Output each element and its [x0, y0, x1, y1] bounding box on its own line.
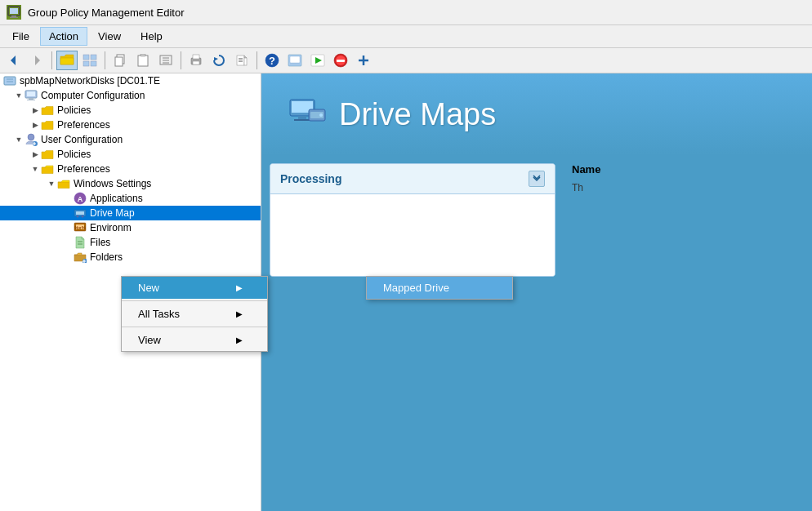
win-settings-folder-icon	[57, 177, 70, 190]
tree-applications[interactable]: ▶ A Applications	[0, 191, 261, 206]
win-settings-arrow: ▼	[46, 178, 57, 189]
name-column-header: Name	[572, 163, 804, 176]
toolbar-sep-4	[257, 51, 257, 69]
view-submenu-arrow: ▶	[236, 335, 243, 344]
menu-file[interactable]: File	[3, 27, 38, 46]
svg-text:A: A	[78, 195, 83, 203]
export-button[interactable]	[231, 51, 252, 70]
all-tasks-submenu-arrow: ▶	[236, 309, 243, 318]
svg-rect-11	[115, 57, 123, 66]
context-menu-new[interactable]: New ▶	[122, 277, 267, 299]
svg-point-47	[28, 134, 34, 140]
context-menu-view[interactable]: View ▶	[122, 329, 267, 351]
computer-config-label: Computer Configuration	[41, 90, 145, 101]
tree-folders[interactable]: ▶ Folders	[0, 250, 261, 264]
paste-button[interactable]	[132, 51, 154, 70]
collapse-button[interactable]	[529, 171, 545, 187]
drive-maps-header: Drive Maps	[261, 73, 812, 155]
svg-rect-6	[83, 55, 89, 60]
tree-user-policies[interactable]: ▶ Policies	[0, 147, 261, 162]
cut-button[interactable]	[155, 51, 176, 70]
refresh-button[interactable]	[208, 51, 230, 70]
add-button[interactable]	[353, 51, 374, 70]
help-button[interactable]: ?	[261, 51, 283, 70]
drive-maps-label: Drive Map	[90, 207, 135, 219]
copy-button[interactable]	[109, 51, 131, 70]
folders-label: Folders	[90, 251, 123, 263]
svg-rect-2	[11, 16, 16, 17]
right-content: Processing Name Th	[261, 155, 812, 511]
svg-rect-52	[76, 211, 84, 215]
new-submenu-arrow: ▶	[236, 283, 243, 292]
svg-rect-44	[27, 91, 35, 96]
drive-maps-icon	[74, 207, 87, 220]
svg-rect-1	[10, 8, 18, 14]
view-button[interactable]	[79, 51, 100, 70]
processing-box: Processing	[270, 163, 555, 277]
svg-rect-23	[237, 56, 244, 65]
root-icon	[3, 74, 16, 87]
menu-help[interactable]: Help	[132, 27, 172, 46]
user-policies-folder-icon	[41, 148, 54, 161]
tree-windows-settings[interactable]: ▼ Windows Settings	[0, 176, 261, 191]
toolbar-sep-1	[51, 51, 52, 69]
run-button[interactable]	[307, 51, 328, 70]
print-button[interactable]	[185, 51, 207, 70]
svg-rect-31	[290, 56, 300, 63]
toolbar: ?	[0, 48, 812, 73]
tree-comp-preferences[interactable]: ▶ Preferences	[0, 118, 261, 132]
svg-rect-63	[298, 116, 306, 119]
user-config-icon	[25, 133, 38, 146]
svg-rect-13	[138, 56, 148, 66]
user-prefs-arrow: ▼	[29, 163, 41, 175]
back-button[interactable]	[3, 51, 25, 70]
name-column-content: Th	[572, 182, 804, 193]
drive-maps-header-icon	[286, 98, 327, 131]
files-icon	[74, 236, 87, 249]
computer-config-icon	[25, 89, 38, 102]
tree-comp-policies[interactable]: ▶ Policies	[0, 103, 261, 118]
env-label: Environm	[90, 222, 132, 233]
user-policies-arrow: ▶	[29, 149, 41, 160]
context-menu-all-tasks[interactable]: All Tasks ▶	[122, 303, 267, 325]
svg-point-53	[77, 216, 79, 218]
menu-view[interactable]: View	[89, 27, 130, 46]
svg-point-67	[319, 113, 323, 117]
processing-title: Processing	[280, 172, 341, 185]
tree-drive-maps[interactable]: ▶ Drive Map	[0, 206, 261, 220]
toolbar-sep-2	[105, 51, 105, 69]
svg-marker-24	[244, 56, 247, 58]
tree-root[interactable]: spbMapNetworkDisks [DC01.TE	[0, 73, 261, 88]
svg-rect-7	[91, 55, 96, 60]
svg-rect-3	[10, 17, 18, 18]
context-menu-sep	[122, 300, 267, 301]
tree-user-prefs[interactable]: ▼ Preferences	[0, 162, 261, 176]
tree-user-config[interactable]: ▼ User Configuration	[0, 132, 261, 147]
forward-button[interactable]	[26, 51, 47, 70]
tree-environment[interactable]: ▶ %x% Environm	[0, 220, 261, 235]
tree-files[interactable]: ▶ Files	[0, 235, 261, 250]
comp-policies-folder-icon	[41, 104, 54, 117]
folder-button[interactable]	[56, 51, 78, 70]
comp-prefs-arrow: ▶	[29, 119, 41, 131]
svg-rect-21	[193, 61, 199, 64]
tree-computer-config[interactable]: ▼ Computer Configuration	[0, 88, 261, 103]
properties-button[interactable]	[284, 51, 306, 70]
svg-rect-25	[244, 58, 247, 65]
svg-text:?: ?	[269, 55, 275, 67]
svg-rect-20	[193, 55, 199, 59]
comp-prefs-folder-icon	[41, 118, 54, 131]
svg-text:%x%: %x%	[74, 225, 87, 230]
svg-marker-4	[11, 56, 16, 65]
block-button[interactable]	[330, 51, 351, 70]
apps-icon: A	[74, 192, 87, 205]
title-bar: Group Policy Management Editor	[0, 0, 812, 25]
svg-rect-46	[27, 100, 35, 100]
root-label: spbMapNetworkDisks [DC01.TE	[20, 75, 160, 87]
svg-point-54	[82, 216, 84, 218]
menu-action[interactable]: Action	[40, 27, 87, 46]
submenu-mapped-drive[interactable]: Mapped Drive	[367, 277, 512, 299]
user-policies-label: Policies	[57, 149, 91, 160]
context-menu-sep-2	[122, 327, 267, 327]
comp-prefs-label: Preferences	[57, 119, 110, 131]
